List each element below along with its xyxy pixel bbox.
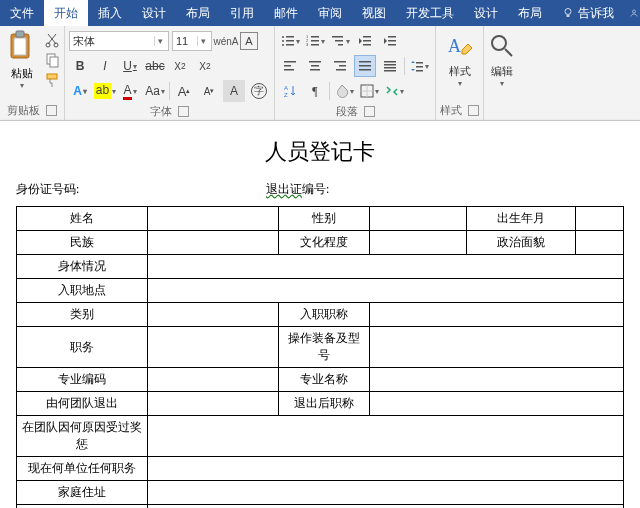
tab-review[interactable]: 审阅 [308, 0, 352, 26]
shrink-font-button[interactable]: A▾ [198, 80, 220, 102]
svg-point-14 [282, 44, 284, 46]
paste-button[interactable]: 粘贴 ▾ [4, 30, 40, 90]
cell-category-value[interactable] [148, 303, 279, 327]
svg-rect-24 [338, 44, 343, 46]
cell-phone-value[interactable] [148, 505, 624, 509]
dialog-launcher-icon[interactable] [178, 106, 189, 117]
cell-gender-value[interactable] [370, 207, 467, 231]
underline-button[interactable]: U▾ [119, 55, 141, 77]
cut-icon[interactable] [44, 32, 60, 48]
table-row[interactable]: 联系电话 [17, 505, 624, 509]
tab-home[interactable]: 开始 [44, 0, 88, 26]
cell-majorcode-value[interactable] [148, 368, 279, 392]
dialog-launcher-icon[interactable] [46, 105, 57, 116]
registration-table[interactable]: 姓名 性别 出生年月 民族 文化程度 政治面貌 身体情况 入职地点 [16, 206, 624, 508]
document-area[interactable]: 人员登记卡 身份证号码: 退出证编号: 姓名 性别 出生年月 民族 文化程度 政… [0, 121, 640, 508]
distributed-button[interactable] [379, 55, 401, 77]
ribbon-group-font: 宋体 ▾ 11 ▾ wénA A B I U▾ abc X2 X2 A▾ [65, 26, 275, 120]
cell-duty-value[interactable] [148, 327, 279, 368]
table-row[interactable]: 姓名 性别 出生年月 [17, 207, 624, 231]
tab-insert[interactable]: 插入 [88, 0, 132, 26]
table-row[interactable]: 职务 操作装备及型号 [17, 327, 624, 368]
table-row[interactable]: 由何团队退出 退出后职称 [17, 392, 624, 416]
tab-developer[interactable]: 开发工具 [396, 0, 464, 26]
table-row[interactable]: 民族 文化程度 政治面貌 [17, 231, 624, 255]
cell-health-value[interactable] [148, 255, 624, 279]
cell-quittitle-value[interactable] [370, 392, 624, 416]
bullets-button[interactable]: ▾ [279, 30, 301, 52]
sort-button[interactable]: AZ [279, 80, 301, 102]
asian-layout-button[interactable]: ▾ [383, 80, 405, 102]
character-shading-button[interactable]: A [223, 80, 245, 102]
line-spacing-button[interactable]: ▾ [408, 55, 430, 77]
numbering-button[interactable]: 123▾ [304, 30, 326, 52]
align-right-button[interactable] [329, 55, 351, 77]
tab-table-layout[interactable]: 布局 [508, 0, 552, 26]
table-row[interactable]: 专业编码 专业名称 [17, 368, 624, 392]
paste-label: 粘贴 [4, 66, 40, 81]
phonetic-guide-button[interactable]: wénA [215, 30, 237, 52]
styles-button[interactable]: A 样式 ▾ [446, 32, 474, 88]
align-left-button[interactable] [279, 55, 301, 77]
tab-view[interactable]: 视图 [352, 0, 396, 26]
format-painter-icon[interactable] [44, 72, 60, 88]
dialog-launcher-icon[interactable] [364, 106, 375, 117]
tab-references[interactable]: 引用 [220, 0, 264, 26]
decrease-indent-button[interactable] [354, 30, 376, 52]
subscript-button[interactable]: X2 [169, 55, 191, 77]
tab-layout[interactable]: 布局 [176, 0, 220, 26]
text-effects-button[interactable]: A▾ [69, 80, 91, 102]
enclose-characters-button[interactable]: 字 [248, 80, 270, 102]
cell-joinplace-value[interactable] [148, 279, 624, 303]
table-row[interactable]: 在团队因何原因受过奖惩 [17, 416, 624, 457]
editing-button[interactable]: 编辑 ▾ [488, 32, 516, 88]
cell-home-value[interactable] [148, 481, 624, 505]
cell-quitfrom-value[interactable] [148, 392, 279, 416]
share-button[interactable]: 共享 [624, 0, 640, 26]
superscript-button[interactable]: X2 [194, 55, 216, 77]
dialog-launcher-icon[interactable] [468, 105, 479, 116]
grow-font-button[interactable]: A▴ [173, 80, 195, 102]
tell-me-button[interactable]: 告诉我 [552, 0, 624, 26]
copy-icon[interactable] [44, 52, 60, 68]
font-color-button[interactable]: A▾ [119, 80, 141, 102]
cell-award-label: 在团队因何原因受过奖惩 [17, 416, 148, 457]
shading-button[interactable]: ▾ [333, 80, 355, 102]
font-size-combo[interactable]: 11 ▾ [172, 31, 212, 51]
tab-mailings[interactable]: 邮件 [264, 0, 308, 26]
multilevel-list-button[interactable]: ▾ [329, 30, 351, 52]
cell-jointitle-value[interactable] [370, 303, 624, 327]
change-case-button[interactable]: Aa▾ [144, 80, 166, 102]
cell-current-value[interactable] [148, 457, 624, 481]
id-number-label: 身份证号码: [16, 181, 266, 198]
cell-name-value[interactable] [148, 207, 279, 231]
character-border-button[interactable]: A [240, 32, 258, 50]
borders-button[interactable]: ▾ [358, 80, 380, 102]
cell-award-value[interactable] [148, 416, 624, 457]
table-row[interactable]: 现在何单位任何职务 [17, 457, 624, 481]
show-hide-button[interactable]: ¶ [304, 80, 326, 102]
table-row[interactable]: 类别 入职职称 [17, 303, 624, 327]
align-justify-button[interactable] [354, 55, 376, 77]
cell-birth-value[interactable] [576, 207, 624, 231]
strikethrough-button[interactable]: abc [144, 55, 166, 77]
italic-button[interactable]: I [94, 55, 116, 77]
font-name-combo[interactable]: 宋体 ▾ [69, 31, 169, 51]
tab-design[interactable]: 设计 [132, 0, 176, 26]
cell-edu-value[interactable] [370, 231, 467, 255]
tab-table-design[interactable]: 设计 [464, 0, 508, 26]
bold-button[interactable]: B [69, 55, 91, 77]
cell-majorname-value[interactable] [370, 368, 624, 392]
tab-file[interactable]: 文件 [0, 0, 44, 26]
highlight-button[interactable]: ab▾ [94, 80, 116, 102]
cell-ethnic-value[interactable] [148, 231, 279, 255]
cell-equip-value[interactable] [370, 327, 624, 368]
align-center-button[interactable] [304, 55, 326, 77]
increase-indent-button[interactable] [379, 30, 401, 52]
table-row[interactable]: 家庭住址 [17, 481, 624, 505]
document-page[interactable]: 人员登记卡 身份证号码: 退出证编号: 姓名 性别 出生年月 民族 文化程度 政… [0, 121, 640, 508]
svg-rect-30 [388, 44, 396, 46]
cell-pol-value[interactable] [576, 231, 624, 255]
table-row[interactable]: 入职地点 [17, 279, 624, 303]
table-row[interactable]: 身体情况 [17, 255, 624, 279]
